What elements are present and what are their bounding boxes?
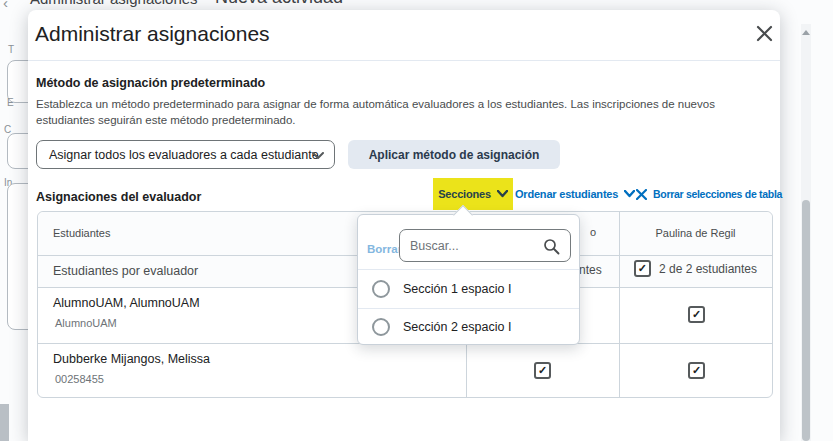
section-option-2[interactable]: Sección 2 espacio I (358, 309, 579, 345)
clear-table-selections-label: Borrar selecciones de tabla (653, 188, 782, 200)
section-option-label: Sección 2 espacio I (403, 320, 511, 334)
scrollbar-up-arrow-icon[interactable] (802, 30, 810, 35)
dialog-title: Administrar asignaciones (35, 22, 270, 46)
select-all-checkbox[interactable]: ✓ (634, 260, 651, 277)
x-icon (636, 189, 647, 200)
section-option-1[interactable]: Sección 1 espacio I (358, 270, 579, 308)
evaluator-summary-cell: ✓ 2 de 2 estudiantes (619, 260, 772, 277)
radio-unchecked-icon[interactable] (372, 318, 390, 336)
back-chevron-icon: ‹ (3, 0, 8, 10)
close-icon[interactable] (756, 25, 773, 42)
background-heading-fragment: Nueva actividad (215, 0, 343, 8)
header-divider (28, 60, 780, 61)
sections-button[interactable]: Secciones (433, 178, 513, 210)
student-id: 00258455 (55, 373, 104, 385)
page-scrollbar-thumb[interactable] (802, 200, 810, 441)
background-left-bar (0, 404, 9, 441)
sections-dropdown-panel: Borrar Sección 1 espacio I Sección 2 esp… (357, 214, 580, 345)
chevron-down-icon (312, 152, 324, 160)
students-column-header: Estudiantes (53, 227, 110, 239)
assignment-method-select[interactable]: Asignar todos los evaluadores a cada est… (36, 140, 335, 169)
evaluator-column-header: Paulina de Regil (619, 227, 772, 239)
hidden-column-header-fragment: o (590, 226, 596, 238)
summary-row-label: Estudiantes por evaluador (53, 264, 198, 278)
search-icon[interactable] (543, 238, 560, 255)
clear-table-selections-button[interactable]: Borrar selecciones de tabla (636, 178, 782, 210)
sort-students-button[interactable]: Ordenar estudiantes (515, 178, 635, 210)
assignment-checkbox[interactable]: ✓ (688, 306, 705, 323)
background-top-strip: ‹ Administrar asignaciones Nueva activid… (0, 0, 780, 10)
assignment-method-select-value: Asignar todos los evaluadores a cada est… (49, 148, 319, 162)
background-label-e: E (7, 97, 14, 108)
student-name: Dubberke Mijangos, Melissa (53, 352, 210, 366)
section-option-label: Sección 1 espacio I (403, 282, 511, 296)
apply-method-button[interactable]: Aplicar método de asignación (348, 140, 560, 169)
assignment-checkbox[interactable]: ✓ (688, 362, 705, 379)
sort-students-label: Ordenar estudiantes (515, 188, 618, 200)
student-id: AlumnoUAM (55, 317, 117, 329)
dropdown-search-field (399, 229, 571, 262)
student-name: AlumnoUAM, AlumnoUAM (53, 296, 200, 310)
evaluator-assignments-heading: Asignaciones del evaluador (36, 190, 201, 204)
assignment-checkbox[interactable]: ✓ (534, 362, 551, 379)
search-input[interactable] (400, 230, 540, 261)
page-background: ‹ Administrar asignaciones Nueva activid… (0, 0, 833, 441)
background-label-t: T (8, 44, 14, 55)
hidden-summary-fragment: ntes (579, 263, 602, 277)
default-method-description: Establezca un método predeterminado para… (36, 96, 726, 128)
default-method-heading: Método de asignación predeterminado (36, 76, 265, 90)
dropdown-clear-button[interactable]: Borrar (367, 243, 402, 255)
manage-assignments-dialog: Administrar asignaciones Método de asign… (28, 10, 780, 441)
radio-unchecked-icon[interactable] (372, 280, 390, 298)
summary-count-label: 2 de 2 estudiantes (659, 262, 757, 276)
sections-button-label: Secciones (438, 188, 491, 200)
chevron-down-icon (497, 190, 508, 198)
column-divider (619, 212, 620, 397)
background-breadcrumb-fragment: Administrar asignaciones (30, 0, 198, 7)
chevron-down-icon (624, 190, 635, 198)
